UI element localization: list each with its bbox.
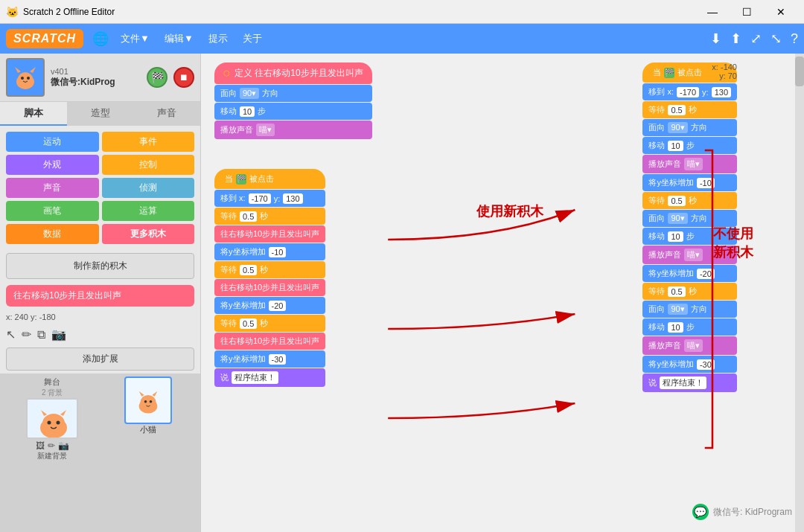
new-backdrop-label: 新建背景 xyxy=(6,451,99,461)
sprite-item-label: 小猫 xyxy=(102,424,195,435)
no-use-annotation: 不使用新积木 xyxy=(713,225,753,262)
define-block[interactable]: ⬡ 定义 往右移动10步并且发出叫声 xyxy=(214,63,372,84)
about-menu[interactable]: 关于 xyxy=(237,29,268,48)
watermark-text: 微信号: KidProgram xyxy=(713,506,792,519)
add-extension-button[interactable]: 添加扩展 xyxy=(6,347,194,371)
wait-block-3-left[interactable]: 等待 0.5 秒 xyxy=(214,315,325,332)
change-y-1-left[interactable]: 将y坐标增加 -10 xyxy=(214,243,325,260)
tab-sounds[interactable]: 声音 xyxy=(133,102,200,126)
tips-menu[interactable]: 提示 xyxy=(202,29,234,48)
globe-icon[interactable]: 🌐 xyxy=(92,31,109,47)
tab-scripts[interactable]: 脚本 xyxy=(0,102,67,126)
pen-category[interactable]: 画笔 xyxy=(6,201,99,221)
help-icon[interactable]: ? xyxy=(791,31,798,47)
minimize-button[interactable]: — xyxy=(695,0,730,24)
stage-backdrop-count: 2 背景 xyxy=(6,388,99,398)
svg-point-13 xyxy=(57,421,60,425)
svg-marker-17 xyxy=(152,391,157,397)
new-backdrop-camera[interactable]: 📷 xyxy=(58,440,69,451)
svg-point-19 xyxy=(150,400,153,403)
shrink-icon[interactable]: ⤡ xyxy=(770,31,782,47)
new-backdrop-upload[interactable]: ✏ xyxy=(48,440,55,451)
wait-block-2-left[interactable]: 等待 0.5 秒 xyxy=(214,261,325,278)
more-blocks-category[interactable]: 更多积木 xyxy=(102,224,195,244)
make-block-button[interactable]: 制作新的积木 xyxy=(6,253,194,279)
sprite-info: v401 微信号:KidProg xyxy=(51,67,115,89)
move-3-right[interactable]: 移动 10 步 xyxy=(642,318,737,336)
stage-area: 舞台 2 背景 xyxy=(0,374,200,532)
change-y-2-right[interactable]: 将y坐标增加 -20 xyxy=(642,265,737,282)
stage-preview[interactable] xyxy=(26,398,78,439)
green-flag-hat-left[interactable]: 当 🏁 被点击 xyxy=(214,169,325,189)
play-sound-block[interactable]: 播放声音 喵▾ xyxy=(214,121,372,139)
file-menu[interactable]: 文件▼ xyxy=(115,29,156,48)
close-button[interactable]: ✕ xyxy=(764,0,798,24)
say-block-right[interactable]: 说 程序结束！ xyxy=(642,374,737,392)
say-block-left[interactable]: 说 程序结束！ xyxy=(214,368,325,387)
custom-call-3-left[interactable]: 往右移动10步并且发出叫声 xyxy=(214,333,325,350)
new-backdrop-paint[interactable]: 🖼 xyxy=(36,440,45,451)
custom-call-2-left[interactable]: 往右移动10步并且发出叫声 xyxy=(214,279,325,296)
script-area[interactable]: ⬡ 定义 往右移动10步并且发出叫声 面向 90▾ 方向 移动 10 步 播放声… xyxy=(201,54,804,532)
scrollbar[interactable] xyxy=(795,54,804,532)
svg-point-2 xyxy=(18,72,33,86)
copy-tool[interactable]: ⧉ xyxy=(37,328,45,342)
custom-block-item[interactable]: 往右移动10步并且发出叫声 xyxy=(6,285,194,307)
scratch-logo: SCRATCH xyxy=(6,29,83,48)
menubar: SCRATCH 🌐 文件▼ 编辑▼ 提示 关于 ⬇ ⬆ ⤢ ⤡ ? xyxy=(0,24,804,54)
pencil-tool[interactable]: ✏ xyxy=(22,327,31,342)
cat-thumbnail-svg xyxy=(9,61,42,94)
sprite-icon-box[interactable] xyxy=(124,376,172,424)
change-y-3-right[interactable]: 将y坐标增加 -30 xyxy=(642,356,737,373)
data-category[interactable]: 数据 xyxy=(6,224,99,244)
change-y-1-right[interactable]: 将y坐标增加 -10 xyxy=(642,174,737,191)
maximize-button[interactable]: ☐ xyxy=(730,0,764,24)
face-direction-block[interactable]: 面向 90▾ 方向 xyxy=(214,85,372,102)
svg-point-12 xyxy=(48,421,51,425)
move-to-block-right[interactable]: 移到 x: -170 y: 130 xyxy=(642,83,737,100)
motion-category[interactable]: 运动 xyxy=(6,132,99,152)
svg-point-6 xyxy=(27,77,30,80)
svg-point-9 xyxy=(42,414,65,433)
camera-tool[interactable]: 📷 xyxy=(51,327,66,342)
looks-category[interactable]: 外观 xyxy=(6,155,99,175)
cursor-tool[interactable]: ↖ xyxy=(6,327,16,342)
control-category[interactable]: 控制 xyxy=(102,155,195,175)
green-flag-button[interactable]: 🏁 xyxy=(147,67,168,88)
wait-3-right[interactable]: 等待 0.5 秒 xyxy=(642,283,737,300)
sprite-thumbnail xyxy=(6,58,45,97)
events-category[interactable]: 事件 xyxy=(102,132,195,152)
sensing-category[interactable]: 侦测 xyxy=(102,178,195,198)
sprite-name: 微信号:KidProg xyxy=(51,76,115,89)
wait-1-right[interactable]: 等待 0.5 秒 xyxy=(642,101,737,118)
face-3-right[interactable]: 面向 90▾ 方向 xyxy=(642,301,737,318)
stage-label: 舞台 xyxy=(6,376,99,388)
watermark: 💬 微信号: KidProgram xyxy=(692,504,792,520)
upload-icon[interactable]: ⬆ xyxy=(730,31,741,47)
move-steps-block[interactable]: 移动 10 步 xyxy=(214,103,372,120)
wait-2-right[interactable]: 等待 0.5 秒 xyxy=(642,192,737,209)
play-1-right[interactable]: 播放声音 喵▾ xyxy=(642,155,737,173)
left-panel: v401 微信号:KidProg 🏁 ⏹ 脚本 造型 声音 运动 事件 外观 控… xyxy=(0,54,201,532)
change-y-3-left[interactable]: 将y坐标增加 -30 xyxy=(214,350,325,368)
edit-menu[interactable]: 编辑▼ xyxy=(159,29,200,48)
left-script-stack: 当 🏁 被点击 移到 x: -170 y: 130 等待 0.5 秒 往右移动1… xyxy=(214,169,325,387)
face-1-right[interactable]: 面向 90▾ 方向 xyxy=(642,119,737,136)
svg-point-18 xyxy=(144,400,147,403)
download-icon[interactable]: ⬇ xyxy=(710,31,721,47)
block-categories: 运动 事件 外观 控制 声音 侦测 画笔 运算 数据 更多积木 xyxy=(0,126,200,250)
sound-category[interactable]: 声音 xyxy=(6,178,99,198)
titlebar: 🐱 Scratch 2 Offline Editor — ☐ ✕ xyxy=(0,0,804,24)
move-to-block-left[interactable]: 移到 x: -170 y: 130 xyxy=(214,190,325,207)
operators-category[interactable]: 运算 xyxy=(102,201,195,221)
custom-call-1-left[interactable]: 往右移动10步并且发出叫声 xyxy=(214,225,325,243)
fullscreen-icon[interactable]: ⤢ xyxy=(750,31,762,47)
play-3-right[interactable]: 播放声音 喵▾ xyxy=(642,336,737,355)
move-1-right[interactable]: 移动 10 步 xyxy=(642,137,737,154)
stop-button[interactable]: ⏹ xyxy=(173,67,194,88)
wait-block-1-left[interactable]: 等待 0.5 秒 xyxy=(214,208,325,225)
tab-costumes[interactable]: 造型 xyxy=(67,102,134,126)
define-block-stack: ⬡ 定义 往右移动10步并且发出叫声 面向 90▾ 方向 移动 10 步 播放声… xyxy=(214,63,372,139)
sprite-version: v401 xyxy=(51,67,115,76)
change-y-2-left[interactable]: 将y坐标增加 -20 xyxy=(214,297,325,314)
